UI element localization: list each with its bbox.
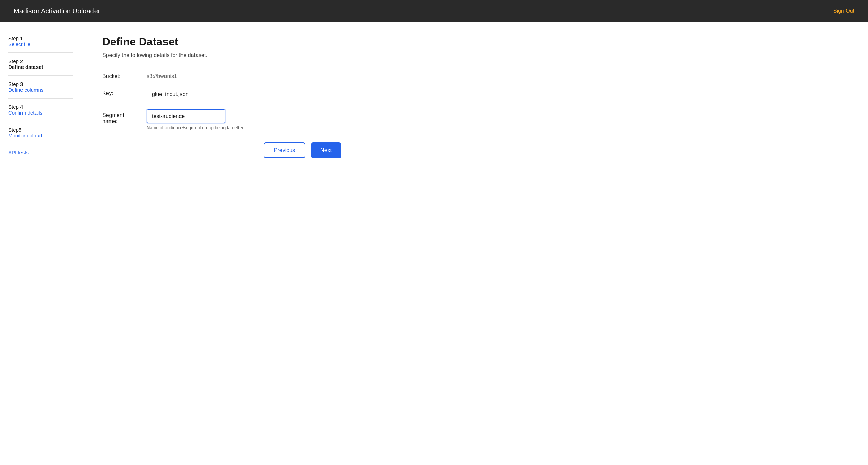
segment-name-hint: Name of audience/segment group being tar… bbox=[147, 125, 341, 130]
bucket-row: Bucket: s3://bwanis1 bbox=[102, 71, 341, 79]
key-input[interactable] bbox=[147, 88, 341, 101]
page-subtitle: Specify the following details for the da… bbox=[102, 52, 848, 58]
step-3-number: Step 3 bbox=[8, 81, 73, 87]
next-button[interactable]: Next bbox=[311, 142, 341, 158]
step-5-number: Step5 bbox=[8, 127, 73, 133]
define-dataset-form: Bucket: s3://bwanis1 Key: Segment name: … bbox=[102, 71, 341, 158]
main-content: Define Dataset Specify the following det… bbox=[82, 22, 868, 465]
bucket-label: Bucket: bbox=[102, 71, 147, 79]
segment-name-row: Segment name: Name of audience/segment g… bbox=[102, 109, 341, 130]
main-container: Step 1 Select file Step 2 Define dataset… bbox=[0, 22, 868, 465]
sidebar-step-2: Step 2 Define dataset bbox=[8, 53, 73, 76]
key-row: Key: bbox=[102, 88, 341, 101]
sidebar-step-5: Step5 Monitor upload bbox=[8, 121, 73, 144]
sidebar: Step 1 Select file Step 2 Define dataset… bbox=[0, 22, 82, 465]
page-title: Define Dataset bbox=[102, 35, 848, 48]
app-title: Madison Activation Uploader bbox=[14, 7, 100, 15]
sidebar-item-define-dataset[interactable]: Define dataset bbox=[8, 64, 73, 70]
sidebar-step-1: Step 1 Select file bbox=[8, 35, 73, 53]
bucket-value: s3://bwanis1 bbox=[147, 71, 177, 79]
step-4-number: Step 4 bbox=[8, 104, 73, 110]
form-buttons: Previous Next bbox=[102, 142, 341, 158]
sidebar-item-confirm-details[interactable]: Confirm details bbox=[8, 110, 73, 116]
sidebar-step-3: Step 3 Define columns bbox=[8, 76, 73, 99]
sign-out-link[interactable]: Sign Out bbox=[833, 8, 854, 14]
segment-name-label: Segment name: bbox=[102, 109, 147, 124]
step-2-number: Step 2 bbox=[8, 58, 73, 64]
app-header: Madison Activation Uploader Sign Out bbox=[0, 0, 868, 22]
sidebar-item-define-columns[interactable]: Define columns bbox=[8, 87, 73, 93]
step-1-number: Step 1 bbox=[8, 35, 73, 41]
segment-name-field-wrapper: Name of audience/segment group being tar… bbox=[147, 109, 341, 130]
sidebar-item-monitor-upload[interactable]: Monitor upload bbox=[8, 133, 73, 138]
sidebar-step-4: Step 4 Confirm details bbox=[8, 99, 73, 121]
previous-button[interactable]: Previous bbox=[264, 142, 305, 158]
key-label: Key: bbox=[102, 88, 147, 96]
sidebar-item-select-file[interactable]: Select file bbox=[8, 41, 73, 47]
sidebar-item-api-tests[interactable]: API tests bbox=[8, 144, 73, 161]
segment-name-input[interactable] bbox=[147, 109, 225, 123]
